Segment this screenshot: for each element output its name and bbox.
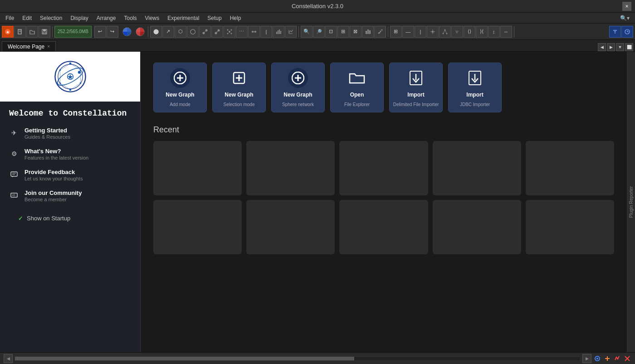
recent-item[interactable] xyxy=(153,200,242,254)
svg-rect-6 xyxy=(43,29,46,31)
toolbar-expand[interactable]: ⊠ xyxy=(350,26,361,38)
toolbar-filter[interactable] xyxy=(609,26,621,38)
recent-item[interactable] xyxy=(246,200,335,254)
toolbar-layout2[interactable] xyxy=(248,26,260,38)
toolbar-open-file[interactable] xyxy=(26,26,38,38)
getting-started-icon: ✈ xyxy=(9,128,19,138)
toolbar-arrow[interactable]: ↗ xyxy=(162,26,174,38)
status-icon-4[interactable] xyxy=(623,354,631,363)
nav-whats-new[interactable]: ⚙ What's New? Features in the latest ver… xyxy=(9,148,131,160)
nav-community[interactable]: Join our Community Become a member xyxy=(9,189,131,202)
close-button[interactable]: × xyxy=(622,2,631,11)
toolbar-node-b[interactable] xyxy=(211,26,223,38)
toolbar-new-file[interactable] xyxy=(14,26,26,38)
toolbar-node-a[interactable] xyxy=(199,26,211,38)
recent-item[interactable] xyxy=(153,141,242,195)
toolbar-scatter[interactable] xyxy=(374,26,386,38)
toolbar-fit[interactable]: ⊡ xyxy=(325,26,337,38)
toolbar-grid[interactable]: ⊞ xyxy=(390,26,402,38)
tab-next[interactable]: ▶ xyxy=(607,43,615,51)
nav-feedback[interactable]: Provide Feedback Let us know your though… xyxy=(9,169,131,181)
new-graph-selection-icon xyxy=(229,68,249,88)
menu-tools[interactable]: Tools xyxy=(120,14,140,22)
open-file-button[interactable]: Open File Explorer xyxy=(330,63,384,112)
toolbar-select[interactable]: ⬤ xyxy=(150,26,162,38)
recent-item[interactable] xyxy=(433,200,521,254)
nav-getting-started[interactable]: ✈ Getting Started Guides & Resources xyxy=(9,127,131,140)
toolbar-histogram[interactable] xyxy=(362,26,374,38)
toolbar-vertical[interactable]: ↕ xyxy=(488,26,500,38)
recent-item[interactable] xyxy=(339,200,428,254)
recent-item[interactable] xyxy=(526,200,614,254)
recent-item[interactable] xyxy=(526,141,614,195)
status-icon-2[interactable] xyxy=(603,354,611,363)
community-icon xyxy=(9,190,19,200)
toolbar-layout3[interactable]: | xyxy=(260,26,272,38)
new-graph-selection-button[interactable]: New Graph Selection mode xyxy=(212,63,266,112)
menu-display[interactable]: Display xyxy=(67,14,92,22)
import-jdbc-button[interactable]: Import JDBC Importer xyxy=(448,63,502,112)
toolbar-horizontal[interactable]: ↔ xyxy=(500,26,512,38)
welcome-tab-close[interactable]: × xyxy=(47,44,50,49)
menu-edit[interactable]: Edit xyxy=(19,14,35,22)
toolbar-circle-tool[interactable]: ◯ xyxy=(187,26,199,38)
tab-dropdown[interactable]: ▼ xyxy=(616,43,624,51)
menu-experimental[interactable]: Experimental xyxy=(164,14,203,22)
getting-started-subtitle: Guides & Resources xyxy=(24,134,70,140)
welcome-tab[interactable]: Welcome Page × xyxy=(2,41,56,51)
menu-selection[interactable]: Selection xyxy=(36,14,66,22)
new-graph-add-button[interactable]: New Graph Add mode xyxy=(153,63,207,112)
tab-restore[interactable]: ⬜ xyxy=(625,43,633,51)
recent-item[interactable] xyxy=(339,141,428,195)
new-graph-sphere-button[interactable]: New Graph Sphere network xyxy=(271,63,325,112)
new-graph-selection-label: New Graph xyxy=(225,92,253,98)
new-graph-selection-sublabel: Selection mode xyxy=(224,102,255,107)
sidebar-nav: Welcome to Constellation ✈ Getting Start… xyxy=(0,102,140,352)
toolbar-orange-icon[interactable]: ★ xyxy=(2,26,14,38)
menu-views[interactable]: Views xyxy=(141,14,163,22)
search-area[interactable]: 🔍▾ xyxy=(616,14,633,22)
toolbar-zoom-in[interactable]: 🔍 xyxy=(301,26,313,38)
toolbar-timeline[interactable] xyxy=(621,26,633,38)
toolbar-undo[interactable]: ↩ xyxy=(94,26,106,38)
toolbar-polygon[interactable]: ⬡ xyxy=(175,26,186,38)
toolbar-chart[interactable] xyxy=(273,26,284,38)
status-icon-3[interactable] xyxy=(613,354,621,363)
menu-arrange[interactable]: Arrange xyxy=(93,14,120,22)
show-startup-toggle[interactable]: ✓ Show on Startup xyxy=(9,210,131,226)
toolbar-node-spread[interactable] xyxy=(427,26,439,38)
action-buttons: New Graph Add mode New Graph Selection m… xyxy=(153,63,614,112)
svg-point-36 xyxy=(379,32,380,33)
status-icon-1[interactable] xyxy=(593,354,601,363)
tab-prev[interactable]: ◀ xyxy=(598,43,606,51)
toolbar-color-indicator-2[interactable] xyxy=(134,26,146,38)
toolbar-sep-2 xyxy=(148,26,148,37)
toolbar-select-tool[interactable]: ⊞ xyxy=(337,26,349,38)
recent-item[interactable] xyxy=(246,141,335,195)
plugin-reporter-panel[interactable]: Plugin Reporter xyxy=(627,52,635,352)
import-delimited-button[interactable]: Import Delimited File Importer xyxy=(389,63,443,112)
toolbar-cluster[interactable] xyxy=(224,26,235,38)
toolbar-color-indicator-1[interactable] xyxy=(121,26,133,38)
toolbar-zoom-out[interactable]: 🔎 xyxy=(313,26,325,38)
recent-item[interactable] xyxy=(433,141,521,195)
toolbar-line[interactable]: — xyxy=(402,26,414,38)
menu-file[interactable]: File xyxy=(2,14,18,22)
toolbar-expand2[interactable]: ⟩⟨ xyxy=(476,26,488,38)
svg-point-34 xyxy=(380,30,381,32)
toolbar-fork[interactable]: ⑂ xyxy=(451,26,463,38)
toolbar-stats[interactable] xyxy=(285,26,297,38)
toolbar-branch[interactable] xyxy=(439,26,451,38)
import-jdbc-label: Import xyxy=(466,92,483,98)
toolbar-compress[interactable]: ⟨⟩ xyxy=(464,26,475,38)
scroll-left[interactable]: ◀ xyxy=(4,354,13,363)
toolbar-redo[interactable]: ↪ xyxy=(107,26,118,38)
menu-setup[interactable]: Setup xyxy=(204,14,225,22)
toolbar-layout1[interactable]: ⋯ xyxy=(236,26,248,38)
toolbar-v-arrange[interactable]: | xyxy=(415,26,426,38)
startup-checkmark: ✓ xyxy=(18,215,23,222)
scroll-right[interactable]: ▶ xyxy=(582,354,591,363)
toolbar-save-file[interactable] xyxy=(39,26,50,38)
scroll-track[interactable] xyxy=(15,356,581,361)
menu-help[interactable]: Help xyxy=(226,14,245,22)
